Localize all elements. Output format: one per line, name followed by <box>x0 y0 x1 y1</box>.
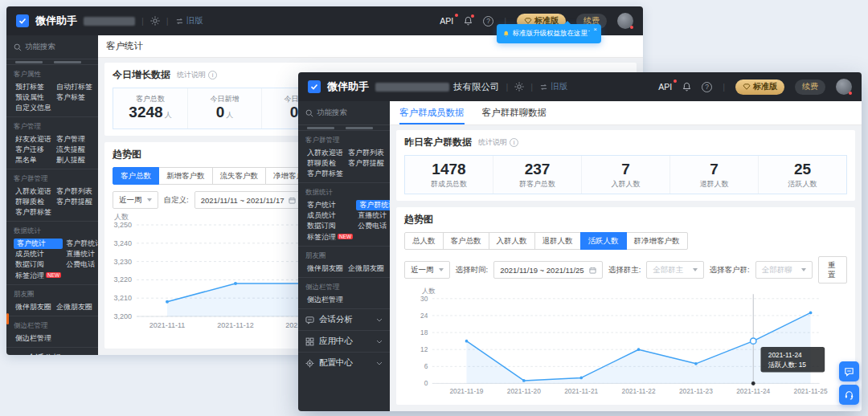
sidebar-item[interactable]: 公费电话 <box>356 221 390 231</box>
sidebar-search[interactable]: 功能搜索 <box>298 101 390 125</box>
sidebar-item[interactable]: 标签治理NEW <box>305 231 354 243</box>
sidebar-item[interactable]: 自定义信息 <box>14 103 53 113</box>
chart-tab[interactable]: 客户总数 <box>443 232 489 250</box>
sidebar-item[interactable]: 公费电话 <box>64 259 98 270</box>
sidebar-item[interactable]: 微伴朋友圈 <box>305 263 345 274</box>
sidebar-item[interactable]: 客户管理 <box>55 134 91 145</box>
sidebar-item[interactable]: 预设属性 <box>14 92 53 103</box>
range-select[interactable]: 近一周 <box>113 191 158 209</box>
sidebar-item[interactable]: 客户群提醒 <box>55 197 94 207</box>
sidebar-item[interactable]: 微伴朋友圈 <box>14 302 53 312</box>
chart-tab[interactable]: 群净增客户数 <box>626 232 688 250</box>
customer-service-button[interactable] <box>839 385 859 405</box>
sidebar-item[interactable]: 好友欢迎语 <box>14 134 53 145</box>
sidebar-menu-grid[interactable]: 应用中心 <box>298 330 390 352</box>
sidebar-menu-chat[interactable]: 会话分析 <box>6 347 98 355</box>
sidebar-item[interactable]: 侧边栏管理 <box>14 333 53 344</box>
reset-button[interactable]: 重置 <box>818 256 847 283</box>
sidebar-item[interactable]: 客户迁移 <box>14 145 53 155</box>
bell-icon[interactable] <box>464 16 473 26</box>
svg-text:2021-11-20: 2021-11-20 <box>507 387 541 395</box>
sidebar-item[interactable]: 直播统计 <box>64 249 98 259</box>
svg-text:12: 12 <box>420 345 428 353</box>
sidebar-group-title: 客户群管理 <box>14 174 91 184</box>
sidebar-menu-gear[interactable]: 配置中心 <box>298 352 390 373</box>
stat-label: 活跃人数 <box>759 179 846 189</box>
owner-select[interactable]: 全部群主 <box>646 261 703 279</box>
sidebar-item[interactable]: 成员统计 <box>14 249 63 259</box>
help-icon[interactable]: ? <box>483 16 493 27</box>
avatar[interactable] <box>617 13 633 29</box>
sidebar-item[interactable]: 客户群标签 <box>305 169 345 179</box>
sidebar-group-title: 朋友圈 <box>14 290 91 300</box>
svg-text:2021-11-24: 2021-11-24 <box>768 351 802 359</box>
help-icon[interactable]: ? <box>702 82 712 92</box>
chart-tab-group: 总人数客户总数入群人数退群人数活跃人数群净增客户数 <box>404 232 847 250</box>
sidebar-item[interactable]: 入群欢迎语 <box>305 148 345 158</box>
avatar[interactable] <box>836 79 852 95</box>
sidebar-item[interactable]: 流失提醒 <box>55 145 91 155</box>
sidebar-item[interactable]: 侧边栏管理 <box>305 295 345 305</box>
theme-sun-icon[interactable] <box>150 16 160 26</box>
api-link[interactable]: API <box>658 82 672 92</box>
sidebar-item[interactable]: 预打标签 <box>14 82 53 92</box>
sidebar-item[interactable]: 标签治理NEW <box>14 270 63 281</box>
date-range-picker[interactable]: 2021/11/11 ~ 2021/11/17 <box>194 191 303 209</box>
sidebar-item[interactable]: 企微朋友圈 <box>346 263 386 274</box>
stat-label: 入群人数 <box>582 179 669 189</box>
sidebar-item[interactable]: 客户群提醒 <box>346 158 386 169</box>
chart-tab[interactable]: 流失客户数 <box>212 167 267 185</box>
sidebar-item[interactable]: 客户群标签 <box>14 207 53 218</box>
sidebar-item[interactable]: 客户群统计 <box>356 200 390 210</box>
sidebar-item[interactable]: 客户统计 <box>14 239 63 249</box>
sidebar-item[interactable]: 直播统计 <box>356 210 390 221</box>
notification-close-icon[interactable]: × <box>593 26 597 33</box>
group-select[interactable]: 全部群聊 <box>755 261 813 279</box>
api-link[interactable]: API <box>440 16 453 26</box>
sidebar-item[interactable]: 删人提醒 <box>55 155 91 165</box>
stats-hint[interactable]: 统计说明i <box>177 69 217 81</box>
sidebar-item[interactable]: 黑名单 <box>14 155 53 165</box>
chart-tab[interactable]: 新增客户数 <box>158 167 213 185</box>
chart-tab[interactable]: 入群人数 <box>489 232 535 250</box>
plan-button[interactable]: 标准版 <box>735 80 784 95</box>
desktop-canvas: 微伴助手 | | 旧版 API ? | 标准版 <box>0 0 868 416</box>
sidebar-item[interactable]: 群聊质检 <box>305 158 345 169</box>
stats-hint[interactable]: 统计说明i <box>478 137 518 149</box>
top-tab[interactable]: 客户群群聊数据 <box>482 101 547 124</box>
top-tab[interactable]: 客户群成员数据 <box>399 101 465 124</box>
sidebar-item[interactable]: 数据订阅 <box>305 221 354 231</box>
sidebar-item[interactable]: 成员统计 <box>305 210 354 221</box>
sidebar-item[interactable]: 群聊质检 <box>14 197 53 207</box>
old-version-link[interactable]: 旧版 <box>539 81 567 92</box>
top-tab-bar: 客户群成员数据客户群群聊数据 <box>390 101 862 125</box>
sidebar-item[interactable]: 数据订阅 <box>14 259 63 270</box>
chart-tab[interactable]: 活跃人数 <box>580 232 627 250</box>
sidebar-item[interactable]: 企微朋友圈 <box>55 302 94 312</box>
renew-button[interactable]: 续费 <box>795 80 825 95</box>
sidebar-item[interactable]: 客户群统计 <box>64 239 98 249</box>
bell-icon[interactable] <box>682 82 691 92</box>
stat-label: 群客户总数 <box>493 179 581 189</box>
sidebar-item[interactable]: 客户统计 <box>305 200 354 210</box>
range-select[interactable]: 近一周 <box>404 261 450 279</box>
sidebar-menu-chat[interactable]: 会话分析 <box>298 308 390 330</box>
chevron-down-icon <box>147 198 152 202</box>
svg-text:24: 24 <box>420 312 428 320</box>
date-range-picker[interactable]: 2021/11/19 ~ 2021/11/25 <box>493 261 603 279</box>
chart-tab[interactable]: 客户总数 <box>113 167 159 185</box>
chart-tab[interactable]: 总人数 <box>404 232 444 250</box>
old-version-link[interactable]: 旧版 <box>175 15 203 27</box>
sidebar-item[interactable]: 客户群列表 <box>55 186 94 197</box>
theme-sun-icon[interactable] <box>514 82 524 92</box>
sidebar-search[interactable]: 功能搜索 <box>6 35 98 59</box>
sidebar-item[interactable]: 客户群列表 <box>346 148 386 158</box>
sidebar-scrollbar[interactable] <box>6 313 9 324</box>
sidebar-item[interactable]: 自动打标签 <box>55 82 94 92</box>
sidebar-item[interactable]: 入群欢迎语 <box>14 186 53 197</box>
company-name-suffix: 技有限公司 <box>453 81 500 93</box>
svg-text:2021-11-24: 2021-11-24 <box>736 387 770 395</box>
chart-tab[interactable]: 退群人数 <box>534 232 581 250</box>
sidebar-item[interactable]: 客户标签 <box>55 92 94 103</box>
feedback-message-button[interactable] <box>839 361 859 381</box>
